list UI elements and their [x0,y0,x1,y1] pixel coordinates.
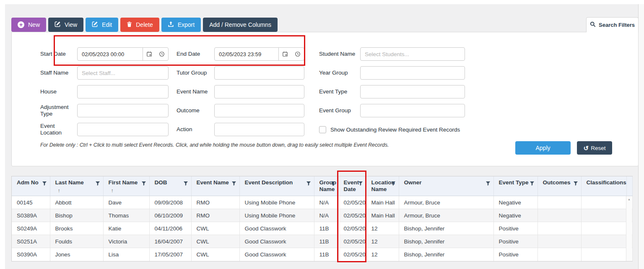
clock-icon[interactable] [156,51,168,57]
edit-button[interactable]: Edit [86,18,118,32]
staff-name-label: Staff Name [40,70,73,76]
cell: 04/11/2006 [149,222,191,235]
action-input[interactable] [214,123,304,136]
new-button[interactable]: + New [11,18,46,32]
filter-icon[interactable] [141,181,146,188]
column-header-event-description[interactable]: Event Description [239,176,314,196]
event-group-input[interactable] [360,104,465,117]
cell: Positive [493,248,538,261]
column-header-dob[interactable]: DOB [149,176,191,196]
table-row[interactable]: S0251AFouldsVictoria16/04/2007CWLGood Cl… [12,235,632,248]
cell [581,248,626,261]
column-header-adm-no[interactable]: Adm No [12,176,50,196]
search-filters-label: Search Filters [599,22,635,28]
cell: N/A [314,209,338,222]
view-button-label: View [65,21,77,28]
outcome-input[interactable] [214,104,304,117]
start-date-input[interactable] [77,47,169,61]
filter-icon[interactable] [530,181,535,188]
edit-button-label: Edit [102,21,112,28]
table-scrollbar[interactable]: ▲ [626,196,632,261]
cell: Positive [493,235,538,248]
clock-icon[interactable] [291,51,304,57]
tutor-group-input[interactable] [214,66,304,80]
table-row[interactable]: S0249ABrooksKatie04/11/2006CWLGood Class… [12,222,632,235]
staff-name-row: Staff Name [40,66,169,80]
year-group-input[interactable] [360,66,465,80]
column-header-first-name[interactable]: First Name↑ [103,176,149,196]
filter-icon[interactable] [183,181,188,188]
calendar-icon[interactable] [279,51,291,57]
cell: Negative [493,209,538,222]
adjustment-type-row: Adjustment Type [40,104,169,117]
filter-icon[interactable] [330,181,335,188]
cell: Victoria [103,235,149,248]
column-header-event-type[interactable]: Event Type [493,176,538,196]
new-button-label: New [28,21,40,28]
cell: 11B [314,222,338,235]
column-header-group-name[interactable]: Group Name [314,176,338,196]
undo-icon: ↺ [584,145,589,151]
column-header-event-name[interactable]: Event Name [191,176,239,196]
house-input[interactable] [77,85,169,98]
event-type-input[interactable] [360,85,465,98]
adjustment-type-input[interactable] [77,104,169,117]
add-remove-columns-button[interactable]: Add / Remove Columns [203,18,278,32]
student-name-input[interactable] [360,47,465,61]
reset-button[interactable]: ↺ Reset [577,141,612,155]
column-header-event-date[interactable]: Event Date [338,176,366,196]
start-date-value[interactable] [78,51,143,57]
search-filters-tab[interactable]: Search Filters [586,17,639,32]
column-header-classifications[interactable]: Classifications [581,176,626,196]
event-location-input[interactable] [77,123,169,136]
table-row[interactable]: S0389ABishopThomas06/10/2009RMOUsing Mob… [12,209,632,222]
events-table: Adm No Last Name↑ First Name↑ DOB Event … [11,176,633,261]
column-header-outcomes[interactable]: Outcomes [538,176,581,196]
event-group-label: Event Group [319,107,356,114]
end-date-value[interactable] [215,51,278,57]
table-row[interactable]: 00145AbbottDave09/09/2008RMOUsing Mobile… [12,196,632,209]
filter-icon[interactable] [486,181,491,188]
view-button[interactable]: View [48,18,83,32]
filter-icon[interactable] [42,181,47,188]
filter-icon[interactable] [95,181,100,188]
column-header-location-name[interactable]: Location Name [366,176,399,196]
cell [581,196,626,209]
cell: Using Mobile Phone [239,209,314,222]
table-row[interactable]: S0390AJonesLisa17/05/2007CWLGood Classwo… [12,248,632,261]
filter-icon[interactable] [391,181,396,188]
show-outstanding-review-checkbox[interactable] [319,126,326,133]
end-date-label: End Date [177,51,210,57]
column-header-owner[interactable]: Owner [399,176,493,196]
filter-icon[interactable] [231,181,236,188]
cell: Good Classwork [239,248,314,261]
cell: 12 [366,235,399,248]
cell: 06/10/2009 [149,209,191,222]
cell: 00145 [12,196,50,209]
show-outstanding-review-row: Show Outstanding Review Required Event R… [319,123,465,136]
column-header-last-name[interactable]: Last Name↑ [50,176,103,196]
page-scrollbar-gutter[interactable] [638,4,644,269]
apply-button[interactable]: Apply [515,141,571,155]
end-date-input[interactable] [214,47,304,61]
filter-icon[interactable] [306,181,311,188]
reset-button-label: Reset [591,145,605,151]
sort-asc-icon: ↑ [109,187,147,194]
cell: Foulds [50,235,103,248]
cell [538,235,581,248]
export-button[interactable]: Export [161,18,201,32]
year-group-label: Year Group [319,70,356,76]
calendar-icon[interactable] [143,51,156,57]
delete-button-label: Delete [136,21,153,28]
filter-column-2: End Date Tutor Group Event Name Outcome … [177,47,304,136]
cell: 11B [314,235,338,248]
scroll-up-icon[interactable]: ▲ [626,196,632,203]
staff-name-input[interactable] [77,66,169,80]
export-button-label: Export [178,21,195,28]
delete-button[interactable]: Delete [120,18,159,32]
edit-square-icon [92,21,98,28]
event-name-input[interactable] [214,85,304,98]
filter-icon[interactable] [573,181,578,188]
cell: Positive [493,222,538,235]
filter-icon[interactable] [358,181,363,188]
